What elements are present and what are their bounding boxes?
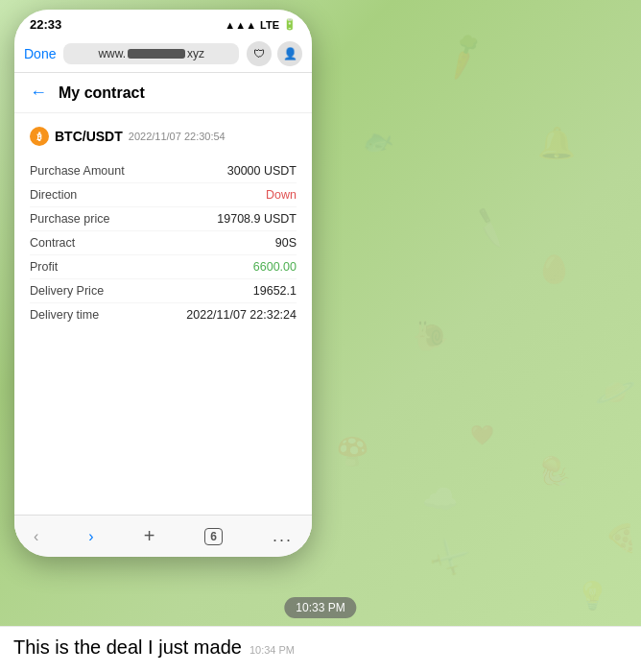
row-contract: Contract 90S: [30, 231, 297, 255]
svg-text:🪐: 🪐: [595, 372, 636, 412]
lte-label: LTE: [260, 19, 279, 31]
battery-icon: 🔋: [283, 18, 297, 31]
label-direction: Direction: [30, 188, 77, 202]
value-profit: 6600.00: [253, 260, 297, 274]
url-bar[interactable]: www. xyz: [63, 43, 239, 64]
signal-icon: ▲▲▲: [225, 19, 256, 31]
svg-text:🍕: 🍕: [605, 522, 638, 554]
value-delivery-price: 19652.1: [253, 284, 297, 298]
status-time: 22:33: [30, 17, 61, 32]
label-purchase-amount: Purchase Amount: [30, 164, 125, 178]
app-content: ← My contract ₿ BTC/USDT 2022/11/07 22:3…: [14, 73, 312, 543]
status-icons: ▲▲▲ LTE 🔋: [225, 18, 297, 31]
btc-icon: ₿: [30, 127, 49, 146]
svg-text:🐌: 🐌: [413, 319, 449, 353]
contract-header: ₿ BTC/USDT 2022/11/07 22:30:54: [30, 127, 297, 146]
svg-text:🪼: 🪼: [537, 455, 571, 487]
svg-text:❤️: ❤️: [470, 423, 494, 446]
add-tab-button[interactable]: +: [144, 525, 155, 547]
row-delivery-price: Delivery Price 19652.1: [30, 279, 297, 303]
tab-count-badge[interactable]: 6: [204, 528, 223, 545]
profile-icon[interactable]: 👤: [277, 41, 302, 66]
browser-bar: Done www. xyz 🛡 👤: [14, 36, 312, 73]
done-button[interactable]: Done: [24, 46, 56, 61]
back-button[interactable]: ←: [30, 83, 47, 103]
forward-nav-button[interactable]: ›: [88, 528, 93, 545]
label-contract: Contract: [30, 236, 75, 250]
svg-text:🔪: 🔪: [467, 205, 513, 251]
url-prefix: www.: [98, 47, 126, 60]
more-options-button[interactable]: ...: [273, 526, 293, 546]
status-bar: 22:33 ▲▲▲ LTE 🔋: [14, 10, 312, 36]
svg-text:🔔: 🔔: [537, 125, 576, 161]
value-direction: Down: [266, 188, 297, 202]
message-timestamp: 10:33 PM: [284, 597, 356, 618]
label-purchase-price: Purchase price: [30, 212, 109, 226]
shield-icon[interactable]: 🛡: [247, 41, 272, 66]
url-suffix: xyz: [187, 47, 204, 60]
chat-message-text: This is the deal I just made: [13, 636, 242, 659]
contract-card: ₿ BTC/USDT 2022/11/07 22:30:54 Purchase …: [14, 113, 312, 340]
value-delivery-time: 2022/11/07 22:32:24: [186, 308, 297, 322]
svg-text:⚔️: ⚔️: [429, 536, 472, 578]
value-purchase-amount: 30000 USDT: [227, 164, 297, 178]
back-nav-button[interactable]: ‹: [34, 528, 38, 545]
phone-frame: 22:33 ▲▲▲ LTE 🔋 Done www. xyz 🛡 👤 ← My c…: [14, 10, 312, 557]
label-profit: Profit: [30, 260, 58, 274]
value-purchase-price: 19708.9 USDT: [217, 212, 297, 226]
svg-text:🍄: 🍄: [336, 436, 369, 468]
row-profit: Profit 6600.00: [30, 255, 297, 279]
svg-text:🐟: 🐟: [359, 122, 397, 159]
bottom-nav-bar: ‹ › + 6 ...: [14, 515, 312, 557]
chat-message-bubble: This is the deal I just made 10:34 PM: [0, 626, 641, 672]
app-header: ← My contract: [14, 73, 312, 113]
svg-text:☁️: ☁️: [422, 482, 459, 516]
row-delivery-time: Delivery time 2022/11/07 22:32:24: [30, 303, 297, 326]
browser-icons: 🛡 👤: [247, 41, 302, 66]
url-hidden-part: [128, 49, 185, 59]
svg-text:🥕: 🥕: [435, 27, 492, 84]
page-title: My contract: [59, 84, 145, 102]
contract-symbol: BTC/USDT: [55, 129, 123, 144]
row-purchase-amount: Purchase Amount 30000 USDT: [30, 159, 297, 183]
contract-datetime: 2022/11/07 22:30:54: [129, 131, 226, 142]
row-purchase-price: Purchase price 19708.9 USDT: [30, 207, 297, 231]
chat-message-time: 10:34 PM: [249, 644, 295, 656]
svg-text:🥚: 🥚: [537, 253, 571, 285]
row-direction: Direction Down: [30, 183, 297, 207]
label-delivery-price: Delivery Price: [30, 284, 104, 298]
value-contract: 90S: [275, 236, 297, 250]
label-delivery-time: Delivery time: [30, 308, 99, 322]
svg-text:💡: 💡: [576, 580, 609, 612]
